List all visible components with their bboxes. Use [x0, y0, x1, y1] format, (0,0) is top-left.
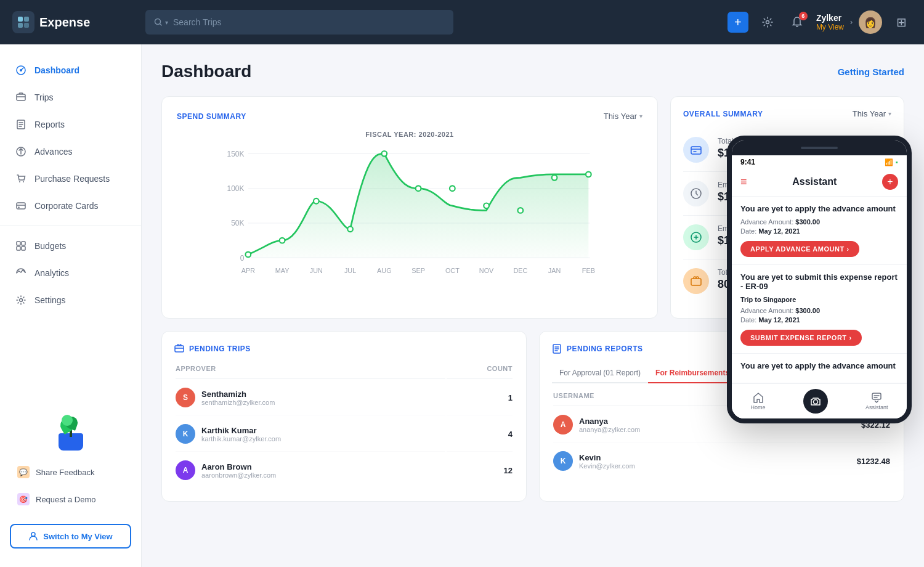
reports-icon: [15, 118, 27, 131]
share-feedback-button[interactable]: 💬 Share Feedback: [10, 460, 131, 484]
svg-point-14: [18, 206, 19, 208]
reports-label: Reports: [34, 120, 65, 129]
pending-trips-label: PENDING TRIPS: [189, 345, 251, 353]
notification-badge: 6: [799, 12, 808, 20]
svg-rect-55: [175, 346, 184, 352]
approver-avatar: S: [176, 388, 195, 407]
apply-advance-button[interactable]: APPLY ADVANCE AMOUNT ›: [740, 241, 859, 257]
corporate-cards-icon: [15, 200, 27, 212]
overall-summary-title: OVERALL SUMMARY: [683, 110, 763, 118]
user-info: Ananya ananya@zylker.com: [579, 417, 640, 433]
approver-cell: S Senthamizh senthamizh@zylker.com: [176, 380, 445, 415]
phone-card-3-title: You are yet to apply the advance amount: [740, 361, 898, 370]
svg-text:100K: 100K: [227, 184, 245, 193]
logo[interactable]: Expense: [12, 11, 136, 33]
svg-text:AUG: AUG: [377, 267, 391, 274]
phone-overlay: 9:41 📶 ▪ ≡ Assistant + You are yet to ap…: [727, 136, 912, 423]
phone-menu-icon[interactable]: ≡: [740, 176, 747, 189]
nav-actions: + 6 Zylker My View › 👩 ⊞: [727, 10, 912, 34]
switch-view-button[interactable]: Switch to My View: [10, 524, 131, 549]
phone-card-1-title: You are yet to apply the advance amount: [740, 204, 898, 213]
search-bar[interactable]: ▾: [145, 10, 453, 35]
share-feedback-icon: 💬: [17, 466, 30, 478]
pending-reports-icon: [552, 344, 562, 354]
sidebar-item-corporate-cards[interactable]: Corporate Cards: [0, 192, 141, 219]
table-row: K Karthik Kumar karthik.kumar@zylker.com…: [176, 417, 513, 452]
employee-reimb-icon: [683, 181, 709, 206]
tab-for-approval[interactable]: For Approval (01 Report): [552, 364, 648, 382]
svg-rect-17: [17, 247, 20, 250]
employee-advances-icon: [683, 224, 709, 250]
trips-label: Trips: [34, 92, 54, 102]
purchase-requests-icon: [15, 173, 27, 185]
camera-icon: [810, 396, 821, 407]
add-button[interactable]: +: [727, 12, 748, 33]
approver-cell: A Aaron Brown aaronbrown@zylker.com: [176, 453, 445, 487]
sidebar-item-advances[interactable]: Advances: [0, 138, 141, 165]
sidebar-item-analytics[interactable]: Analytics: [0, 259, 141, 287]
phone-notch: [732, 141, 907, 155]
overall-summary-header: OVERALL SUMMARY This Year ▾: [683, 109, 891, 118]
count-cell: 4: [447, 417, 513, 452]
tab-approval-label: For Approval (01 Report): [559, 369, 641, 377]
page-header: Dashboard Getting Started: [161, 62, 904, 81]
sidebar-item-budgets[interactable]: Budgets: [0, 232, 141, 259]
svg-point-32: [347, 226, 353, 232]
phone-nav-camera[interactable]: [803, 389, 828, 414]
approver-col-header: APPROVER: [176, 365, 445, 379]
svg-rect-8: [17, 94, 25, 100]
svg-text:DEC: DEC: [513, 267, 527, 274]
search-dropdown-arrow: ▾: [165, 19, 168, 26]
sidebar-item-dashboard[interactable]: Dashboard: [0, 57, 141, 84]
settings-button[interactable]: [757, 12, 778, 33]
pending-trips-card: PENDING TRIPS APPROVER COUNT S: [161, 331, 527, 502]
getting-started-link[interactable]: Getting Started: [838, 67, 904, 77]
svg-text:150K: 150K: [227, 150, 245, 158]
apps-grid-button[interactable]: ⊞: [891, 12, 912, 33]
sidebar: Dashboard Trips: [0, 44, 142, 567]
overall-year-chevron: ▾: [888, 110, 891, 117]
table-row: K Kevin Kevin@zylker.com $1232.48: [553, 444, 890, 478]
notification-button[interactable]: 6: [787, 12, 808, 33]
analytics-icon: [15, 267, 27, 279]
sidebar-item-purchase-requests[interactable]: Purchase Requests: [0, 165, 141, 192]
svg-text:JAN: JAN: [548, 267, 561, 274]
phone-advance-amount: Advance Amount: $300.00: [740, 218, 898, 226]
fiscal-year-label: FISCAL YEAR: 2020-2021: [177, 131, 642, 138]
approver-info: Senthamizh senthamizh@zylker.com: [201, 390, 275, 406]
sidebar-footer: 💬 Share Feedback 🎯 Request a Demo: [0, 454, 141, 518]
switch-view-label: Switch to My View: [43, 532, 112, 541]
user-email: Kevin@zylker.com: [579, 462, 635, 470]
phone-nav-home[interactable]: Home: [751, 392, 766, 410]
phone-advance-amount-2: Advance Amount: $300.00: [740, 307, 898, 314]
overall-summary-year-select[interactable]: This Year ▾: [853, 109, 891, 118]
count-col-header: COUNT: [447, 365, 513, 379]
phone-nav-assistant[interactable]: Assistant: [865, 392, 888, 410]
phone-add-button[interactable]: +: [882, 174, 898, 190]
search-input[interactable]: [173, 17, 445, 27]
advances-icon: [15, 145, 27, 158]
request-demo-button[interactable]: 🎯 Request a Demo: [10, 487, 131, 512]
submit-expense-chevron: ›: [849, 334, 852, 341]
page-title: Dashboard: [161, 62, 251, 81]
approver-name: Senthamizh: [201, 390, 275, 399]
sidebar-item-settings[interactable]: Settings: [0, 287, 141, 314]
purchase-requests-label: Purchase Requests: [34, 174, 110, 184]
user-chevron: ›: [850, 18, 853, 27]
phone-time: 9:41: [740, 158, 755, 166]
share-feedback-label: Share Feedback: [36, 468, 94, 477]
svg-point-30: [280, 238, 285, 243]
sidebar-item-reports[interactable]: Reports: [0, 111, 141, 138]
svg-point-20: [31, 532, 35, 536]
submit-expense-button[interactable]: SUBMIT EXPENSE REPORT ›: [740, 330, 862, 346]
svg-point-57: [813, 400, 817, 404]
table-row: A Aaron Brown aaronbrown@zylker.com 12: [176, 453, 513, 487]
svg-point-33: [382, 151, 387, 157]
user-profile[interactable]: Zylker My View › 👩: [816, 10, 882, 34]
total-expense-icon: [683, 137, 709, 163]
svg-rect-54: [691, 279, 701, 285]
svg-text:OCT: OCT: [445, 267, 460, 274]
sidebar-item-trips[interactable]: Trips: [0, 84, 141, 111]
overall-summary-year: This Year: [853, 109, 886, 118]
spend-summary-year-select[interactable]: This Year ▾: [604, 112, 642, 121]
